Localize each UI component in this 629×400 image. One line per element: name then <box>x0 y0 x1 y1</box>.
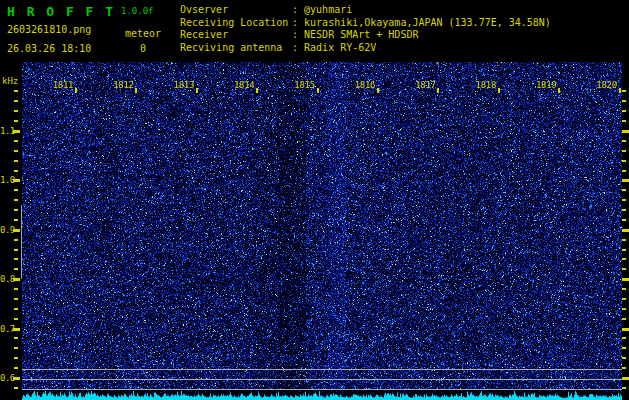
station-info-separator: : <box>292 17 304 28</box>
freq-tick-major <box>13 179 20 182</box>
right-freq-tick-minor <box>622 258 626 260</box>
freq-tick-label: 1.1 <box>0 126 13 136</box>
freq-tick-major <box>13 377 20 380</box>
freq-tick-minor <box>14 347 18 349</box>
station-info-value: Radix RY-62V <box>304 42 376 53</box>
right-freq-tick-minor <box>622 199 626 201</box>
right-freq-tick-major <box>622 278 629 281</box>
freq-tick-minor <box>14 110 18 112</box>
right-freq-tick-minor <box>622 170 626 172</box>
observation-mode-label: meteor <box>118 28 168 39</box>
right-freq-tick-minor <box>622 90 626 92</box>
freq-tick-minor <box>14 249 18 251</box>
time-tick-label: 1818 <box>472 80 500 90</box>
right-freq-tick-minor <box>622 110 626 112</box>
station-info-value: NESDR SMArt + HDSDR <box>304 29 418 40</box>
time-tick <box>498 88 500 93</box>
freq-tick-minor <box>14 318 18 320</box>
reference-line <box>22 369 622 370</box>
station-info-separator: : <box>292 29 304 40</box>
freq-tick-minor <box>14 90 18 92</box>
signal-level-meter <box>22 390 622 400</box>
hrofft-window: H R O F F T 1.0.0f 2603261810.png meteor… <box>0 0 629 400</box>
time-tick <box>437 88 439 93</box>
right-freq-tick-major <box>622 229 629 232</box>
freq-tick-minor <box>14 209 18 211</box>
station-info-row: Receiver: NESDR SMArt + HDSDR <box>180 29 551 42</box>
output-filename: 2603261810.png <box>7 24 91 35</box>
right-freq-tick-minor <box>622 209 626 211</box>
right-freq-tick-minor <box>622 219 626 221</box>
right-freq-tick-minor <box>622 387 626 389</box>
right-freq-tick-major <box>622 328 629 331</box>
right-freq-tick-minor <box>622 120 626 122</box>
app-version: 1.0.0f <box>121 6 154 16</box>
time-tick <box>196 88 198 93</box>
right-freq-tick-minor <box>622 367 626 369</box>
station-info-label: Ovserver <box>180 4 292 17</box>
time-tick <box>317 88 319 93</box>
freq-tick-minor <box>14 199 18 201</box>
freq-tick-minor <box>14 357 18 359</box>
time-tick-label: 1815 <box>291 80 319 90</box>
right-freq-tick-major <box>622 179 629 182</box>
meteor-count: 0 <box>118 43 168 54</box>
right-freq-tick-minor <box>622 268 626 270</box>
observation-datetime: 26.03.26 18:10 <box>7 43 91 54</box>
right-freq-tick-minor <box>622 239 626 241</box>
time-tick <box>75 88 77 93</box>
freq-tick-label: 0.7 <box>0 324 13 334</box>
freq-tick-minor <box>14 100 18 102</box>
freq-tick-major <box>13 328 20 331</box>
freq-tick-major <box>13 130 20 133</box>
time-tick-label: 1819 <box>532 80 560 90</box>
freq-tick-minor <box>14 288 18 290</box>
freq-tick-minor <box>14 170 18 172</box>
freq-tick-minor <box>14 140 18 142</box>
freq-tick-minor <box>14 268 18 270</box>
right-freq-tick-major <box>622 130 629 133</box>
right-freq-tick-minor <box>622 100 626 102</box>
station-info-value: @yuhmari <box>304 4 352 15</box>
time-tick <box>619 88 621 93</box>
freq-tick-label: 0.6 <box>0 373 13 383</box>
freq-tick-minor <box>14 189 18 191</box>
station-info: Ovserver: @yuhmariReceiving Location: ku… <box>180 4 551 54</box>
station-info-separator: : <box>292 4 304 15</box>
freq-tick-minor <box>14 150 18 152</box>
right-freq-tick-minor <box>622 298 626 300</box>
right-freq-tick-minor <box>622 160 626 162</box>
freq-tick-label: 0.8 <box>0 274 13 284</box>
right-freq-tick-minor <box>622 140 626 142</box>
freq-tick-minor <box>14 337 18 339</box>
freq-tick-minor <box>14 239 18 241</box>
station-info-row: Recviving antenna: Radix RY-62V <box>180 42 551 55</box>
station-info-separator: : <box>292 42 304 53</box>
time-tick-label: 1813 <box>170 80 198 90</box>
right-freq-tick-minor <box>622 347 626 349</box>
spectrogram-canvas <box>22 62 622 390</box>
time-tick-label: 1811 <box>49 80 77 90</box>
freq-unit-label: kHz <box>2 76 18 86</box>
freq-tick-minor <box>14 219 18 221</box>
right-freq-tick-minor <box>622 308 626 310</box>
station-info-label: Recviving antenna <box>180 42 292 55</box>
right-freq-tick-minor <box>622 318 626 320</box>
right-freq-tick-major <box>622 377 629 380</box>
station-info-label: Receiving Location <box>180 17 292 30</box>
freq-tick-major <box>13 229 20 232</box>
time-tick-label: 1816 <box>351 80 379 90</box>
time-tick <box>377 88 379 93</box>
time-tick <box>558 88 560 93</box>
freq-tick-label: 0.9 <box>0 225 13 235</box>
freq-tick-minor <box>14 387 18 389</box>
freq-tick-minor <box>14 160 18 162</box>
right-freq-tick-minor <box>622 288 626 290</box>
right-freq-tick-minor <box>622 337 626 339</box>
freq-tick-minor <box>14 120 18 122</box>
right-freq-tick-minor <box>622 249 626 251</box>
station-info-value: kurashiki,Okayama,JAPAN (133.77E, 34.58N… <box>304 17 551 28</box>
right-freq-tick-minor <box>622 189 626 191</box>
time-tick-label: 1814 <box>230 80 258 90</box>
reference-line <box>22 389 622 390</box>
